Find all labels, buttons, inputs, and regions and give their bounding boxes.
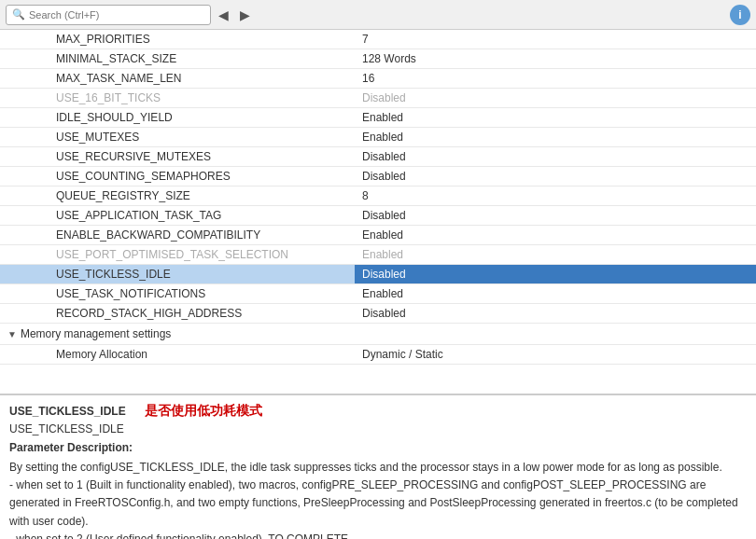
config-value-record-stack-high-address: Disabled <box>355 304 756 323</box>
config-value-use-counting-semaphores: Disabled <box>355 167 756 186</box>
desc-first-row: USE_TICKLESS_IDLE 是否使用低功耗模式 <box>9 403 747 421</box>
config-value-max-task-name-len: 16 <box>355 69 756 88</box>
desc-body1: By setting the configUSE_TICKLESS_IDLE, … <box>9 459 747 477</box>
config-name-use-task-notifications: USE_TASK_NOTIFICATIONS <box>0 284 355 303</box>
config-name-use-application-task-tag: USE_APPLICATION_TASK_TAG <box>0 206 355 225</box>
desc-title1: USE_TICKLESS_IDLE <box>9 403 126 421</box>
desc-param-label: Parameter Description: <box>9 438 747 459</box>
config-row-record-stack-high-address[interactable]: RECORD_STACK_HIGH_ADDRESS Disabled <box>0 304 756 324</box>
config-row-queue-registry-size[interactable]: QUEUE_REGISTRY_SIZE 8 <box>0 187 756 206</box>
config-row-memory-allocation[interactable]: Memory Allocation Dynamic / Static <box>0 345 756 365</box>
nav-prev-button[interactable]: ◀ <box>215 6 232 24</box>
config-row-enable-backward-compatibility[interactable]: ENABLE_BACKWARD_COMPATIBILITY Enabled <box>0 226 756 245</box>
nav-next-button[interactable]: ▶ <box>236 6 254 24</box>
config-name-memory-allocation: Memory Allocation <box>0 345 355 364</box>
config-value-use-tickless-idle: Disabled <box>355 265 756 283</box>
config-value-use-port-optimised: Enabled <box>355 245 756 264</box>
search-input[interactable] <box>29 9 204 21</box>
search-box: 🔍 <box>6 5 211 25</box>
config-value-idle-should-yield: Enabled <box>355 108 756 127</box>
table-container: MAX_PRIORITIES 7 MINIMAL_STACK_SIZE 128 … <box>0 30 756 394</box>
config-row-minimal-stack-size[interactable]: MINIMAL_STACK_SIZE 128 Words <box>0 49 756 69</box>
config-name-use-counting-semaphores: USE_COUNTING_SEMAPHORES <box>0 167 355 186</box>
config-row-idle-should-yield[interactable]: IDLE_SHOULD_YIELD Enabled <box>0 108 756 128</box>
config-name-idle-should-yield: IDLE_SHOULD_YIELD <box>0 108 355 127</box>
desc-title2: USE_TICKLESS_IDLE <box>9 421 747 438</box>
config-name-enable-backward-compatibility: ENABLE_BACKWARD_COMPATIBILITY <box>0 226 355 244</box>
config-name-record-stack-high-address: RECORD_STACK_HIGH_ADDRESS <box>0 304 355 323</box>
config-row-use-port-optimised[interactable]: USE_PORT_OPTIMISED_TASK_SELECTION Enable… <box>0 245 756 265</box>
config-value-memory-allocation: Dynamic / Static <box>355 345 756 364</box>
config-name-use-16-bit-ticks: USE_16_BIT_TICKS <box>0 89 355 107</box>
config-name-queue-registry-size: QUEUE_REGISTRY_SIZE <box>0 187 355 205</box>
config-value-max-priorities: 7 <box>355 30 756 48</box>
config-row-use-mutexes[interactable]: USE_MUTEXES Enabled <box>0 128 756 147</box>
chevron-icon: ▼ <box>7 329 17 339</box>
config-name-use-tickless-idle: USE_TICKLESS_IDLE <box>0 265 355 283</box>
config-value-use-16-bit-ticks: Disabled <box>355 89 756 107</box>
config-name-minimal-stack-size: MINIMAL_STACK_SIZE <box>0 49 355 68</box>
config-row-use-recursive-mutexes[interactable]: USE_RECURSIVE_MUTEXES Disabled <box>0 147 756 167</box>
config-value-use-application-task-tag: Disabled <box>355 206 756 225</box>
desc-body3: - when set to 2 (User defined functional… <box>9 531 747 539</box>
config-row-use-application-task-tag[interactable]: USE_APPLICATION_TASK_TAG Disabled <box>0 206 756 226</box>
toolbar: 🔍 ◀ ▶ i <box>0 0 756 30</box>
config-row-max-priorities[interactable]: MAX_PRIORITIES 7 <box>0 30 756 49</box>
desc-body2: - when set to 1 (Built in functionality … <box>9 477 747 531</box>
config-name-max-task-name-len: MAX_TASK_NAME_LEN <box>0 69 355 88</box>
desc-title-cn: 是否使用低功耗模式 <box>145 403 262 420</box>
config-name-use-recursive-mutexes: USE_RECURSIVE_MUTEXES <box>0 147 355 166</box>
config-row-use-task-notifications[interactable]: USE_TASK_NOTIFICATIONS Enabled <box>0 284 756 304</box>
config-value-minimal-stack-size: 128 Words <box>355 49 756 68</box>
config-name-use-mutexes: USE_MUTEXES <box>0 128 355 146</box>
memory-section-label: Memory management settings <box>21 327 171 340</box>
config-name-use-port-optimised: USE_PORT_OPTIMISED_TASK_SELECTION <box>0 245 355 264</box>
config-row-use-counting-semaphores[interactable]: USE_COUNTING_SEMAPHORES Disabled <box>0 167 756 187</box>
config-row-use-16-bit-ticks[interactable]: USE_16_BIT_TICKS Disabled <box>0 89 756 108</box>
description-panel: USE_TICKLESS_IDLE 是否使用低功耗模式 USE_TICKLESS… <box>0 394 756 539</box>
config-value-queue-registry-size: 8 <box>355 187 756 205</box>
config-value-use-task-notifications: Enabled <box>355 284 756 303</box>
config-value-use-mutexes: Enabled <box>355 128 756 146</box>
search-icon: 🔍 <box>12 8 25 21</box>
config-value-enable-backward-compatibility: Enabled <box>355 226 756 244</box>
memory-section-header[interactable]: ▼ Memory management settings <box>0 324 756 345</box>
config-row-use-tickless-idle[interactable]: USE_TICKLESS_IDLE Disabled <box>0 265 756 284</box>
info-button[interactable]: i <box>730 5 750 25</box>
config-name-max-priorities: MAX_PRIORITIES <box>0 30 355 48</box>
config-value-use-recursive-mutexes: Disabled <box>355 147 756 166</box>
config-row-max-task-name-len[interactable]: MAX_TASK_NAME_LEN 16 <box>0 69 756 89</box>
